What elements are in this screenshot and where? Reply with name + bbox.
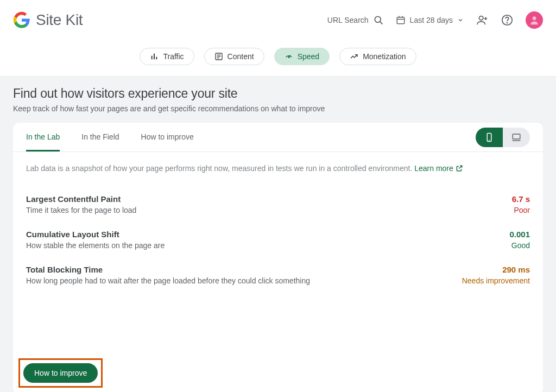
card-tabs-row: In the Lab In the Field How to improve <box>13 123 543 152</box>
lab-intro-text: Lab data is a snapshot of how your page … <box>26 164 412 173</box>
svg-rect-14 <box>156 57 157 60</box>
metric-cls: Cumulative Layout Shift How stable the e… <box>26 218 530 253</box>
speed-icon <box>285 52 293 61</box>
tab-monetization-label: Monetization <box>363 52 406 61</box>
subtab-how-to-improve[interactable]: How to improve <box>141 123 194 151</box>
metric-value: 0.001 <box>509 230 530 239</box>
mobile-icon <box>484 132 494 142</box>
metric-desc: How long people had to wait after the pa… <box>26 276 310 285</box>
trending-icon <box>350 52 358 61</box>
how-to-improve-button[interactable]: How to improve <box>23 363 98 383</box>
speed-card: In the Lab In the Field How to improve L… <box>13 123 543 392</box>
calendar-icon <box>396 15 406 25</box>
metric-desc: How stable the elements on the page are <box>26 241 165 250</box>
page-subtitle: Keep track of how fast your pages are an… <box>13 104 543 113</box>
content-icon <box>214 52 223 61</box>
device-toggle <box>476 128 530 147</box>
device-mobile-button[interactable] <box>476 128 503 147</box>
svg-point-10 <box>507 22 507 23</box>
search-icon <box>373 15 384 26</box>
tab-content[interactable]: Content <box>204 48 264 65</box>
page-hero: Find out how visitors experience your si… <box>0 77 556 123</box>
app-header: Site Kit URL Search Last 28 days <box>0 0 556 40</box>
metric-title: Total Blocking Time <box>26 265 310 274</box>
metric-status: Poor <box>512 206 530 214</box>
tab-speed-label: Speed <box>298 52 319 61</box>
metrics-list: Largest Contentful Paint Time it takes f… <box>13 177 543 305</box>
svg-rect-13 <box>154 54 155 60</box>
tab-traffic[interactable]: Traffic <box>140 48 194 65</box>
desktop-icon <box>511 132 521 142</box>
metric-title: Largest Contentful Paint <box>26 194 136 204</box>
tab-content-label: Content <box>228 52 254 61</box>
user-avatar[interactable] <box>526 11 543 29</box>
tab-monetization[interactable]: Monetization <box>339 48 416 65</box>
cta-highlight-box: How to improve <box>18 358 103 388</box>
bar-chart-icon <box>150 52 159 61</box>
url-search[interactable]: URL Search <box>327 15 384 26</box>
svg-point-20 <box>288 56 289 58</box>
metric-title: Cumulative Layout Shift <box>26 230 165 239</box>
header-actions: URL Search Last 28 days <box>327 11 543 29</box>
add-user-button[interactable] <box>476 14 489 27</box>
logo-block: Site Kit <box>13 11 83 29</box>
metric-desc: Time it takes for the page to load <box>26 206 136 214</box>
device-desktop-button[interactable] <box>503 128 530 147</box>
subtab-in-lab[interactable]: In the Lab <box>26 123 60 151</box>
chevron-down-icon <box>457 17 464 23</box>
metric-value: 290 ms <box>462 265 530 274</box>
svg-point-6 <box>479 16 483 20</box>
metric-status: Needs improvement <box>462 276 530 285</box>
lab-intro: Lab data is a snapshot of how your page … <box>13 152 543 177</box>
svg-rect-23 <box>513 134 520 139</box>
metric-lcp: Largest Contentful Paint Time it takes f… <box>26 182 530 218</box>
svg-point-11 <box>533 16 536 20</box>
metric-value: 6.7 s <box>512 194 530 204</box>
svg-rect-12 <box>151 56 153 60</box>
tab-speed[interactable]: Speed <box>274 48 330 65</box>
subtab-row: In the Lab In the Field How to improve <box>26 123 194 151</box>
date-range-label: Last 28 days <box>410 16 453 24</box>
external-link-icon <box>456 165 463 172</box>
svg-line-1 <box>380 22 383 24</box>
google-g-icon <box>13 11 30 29</box>
tab-traffic-label: Traffic <box>163 52 184 61</box>
metric-tbt: Total Blocking Time How long people had … <box>26 253 530 288</box>
learn-more-label: Learn more <box>414 164 453 173</box>
metric-status: Good <box>509 241 530 250</box>
learn-more-link[interactable]: Learn more <box>414 164 463 173</box>
svg-rect-2 <box>397 17 405 24</box>
svg-line-25 <box>459 166 462 168</box>
date-range-picker[interactable]: Last 28 days <box>396 15 464 25</box>
page-title: Find out how visitors experience your si… <box>13 86 543 101</box>
product-name: Site Kit <box>36 11 83 29</box>
url-search-label: URL Search <box>327 16 369 24</box>
main-nav: Traffic Content Speed Monetization <box>0 40 556 77</box>
help-button[interactable] <box>501 14 514 27</box>
subtab-in-field[interactable]: In the Field <box>81 123 119 151</box>
svg-point-0 <box>375 16 381 22</box>
